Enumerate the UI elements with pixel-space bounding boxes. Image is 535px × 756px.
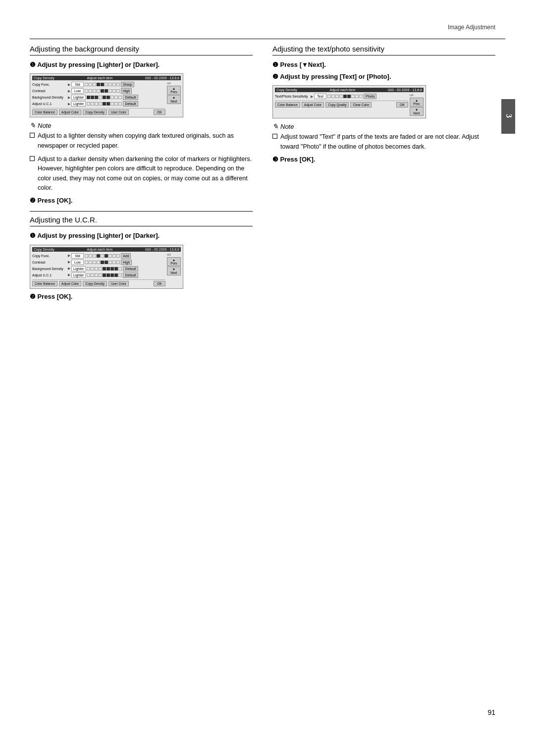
screen1-row2: Contrast ▶ Low (32, 88, 165, 94)
screen2-row2: Contrast ▶ Low (32, 260, 165, 265)
top-rule (30, 39, 505, 39)
screen1-row3: Background Density ▶ Lighter (32, 95, 165, 100)
screen2-header: Copy Density Adjust each item 000 - 00 2… (32, 247, 181, 252)
divider1 (30, 211, 253, 212)
screen1-bottom: Color Balance Adjust Color Copy Density … (32, 108, 165, 115)
screen1-header: Copy Density Adjust each item 000 - 00 2… (32, 76, 181, 80)
r-step2-heading: ❷ Adjust by pressing [Text] or [Photo]. (272, 72, 495, 81)
left-column: Adjusting the background density ❶ Adjus… (30, 45, 253, 304)
ucr-step1-heading: ❶ Adjust by pressing [Lighter] or [Darke… (30, 231, 253, 240)
right-column: Adjusting the text/photo sensitivity ❶ P… (272, 45, 495, 304)
screen1-main: Copy Func. ▶ Std (32, 82, 165, 115)
screen3-header: Copy Density Adjust each item 000 - 00 2… (275, 88, 424, 92)
screen2-nav: U/I ▲ Prev ▼ Next (167, 253, 181, 286)
note1-section: ✎ Note Adjust to a lighter density when … (30, 121, 253, 193)
screen1-wrapper: Copy Func. ▶ Std (32, 82, 181, 115)
note2-title: ✎ Note (272, 122, 495, 130)
section1-title: Adjusting the background density (30, 45, 253, 55)
page-header: Image Adjustment (448, 24, 495, 31)
screen3-bottom: Color Balance Adjust Color Copy Quality … (275, 101, 408, 108)
screen2-row1: Copy Func. ▶ Std (32, 253, 165, 259)
screen1-nav: U/I ▲ Prev ▼ Next (167, 82, 181, 115)
screen3-image: Copy Density Adjust each item 000 - 00 2… (272, 85, 426, 118)
screen1-image: Copy Density Adjust each item 000 - 00 2… (30, 73, 183, 117)
note1-title: ✎ Note (30, 121, 253, 129)
note1-item2: Adjust to a darker density when darkenin… (30, 155, 253, 193)
section-tab: 3 (501, 99, 515, 134)
note2-section: ✎ Note Adjust toward "Text" if parts of … (272, 122, 495, 152)
screen2-row4: Adjust U.C.1 ▶ Lighter (32, 272, 165, 278)
page-number: 91 (487, 708, 495, 716)
screen2-row3: Background Density ▶ Lighter (32, 266, 165, 271)
screen3-wrapper: Text/Photo Sensitivity ▶ Text (275, 94, 424, 116)
step2-ok: ❷ Press [OK]. (30, 197, 253, 204)
section2-title: Adjusting the U.C.R. (30, 216, 253, 226)
section3-title: Adjusting the text/photo sensitivity (272, 45, 495, 55)
screen1-row4: Adjust U.C.1 ▶ Lighter (32, 101, 165, 107)
screen1-row1: Copy Func. ▶ Std (32, 82, 165, 87)
screen2-image: Copy Density Adjust each item 000 - 00 2… (30, 245, 183, 289)
r-step1-heading: ❶ Press [▼Next]. (272, 60, 495, 69)
screen2-main: Copy Func. ▶ Std (32, 253, 165, 286)
note1-item1: Adjust to a lighter density when copying… (30, 131, 253, 151)
r-step3-ok: ❸ Press [OK]. (272, 156, 495, 163)
screen3-nav: U/I ▲ Prev ▼ Next (410, 94, 424, 116)
ucr-step2-ok: ❷ Press [OK]. (30, 293, 253, 300)
screen3-row1: Text/Photo Sensitivity ▶ Text (275, 94, 408, 99)
note2-item1: Adjust toward "Text" if parts of the tex… (272, 132, 495, 152)
screen3-main: Text/Photo Sensitivity ▶ Text (275, 94, 408, 116)
step1-heading: ❶ Adjust by pressing [Lighter] or [Darke… (30, 60, 253, 69)
screen2-bottom: Color Balance Adjust Color Copy Density … (32, 279, 165, 286)
screen2-wrapper: Copy Func. ▶ Std (32, 253, 181, 286)
